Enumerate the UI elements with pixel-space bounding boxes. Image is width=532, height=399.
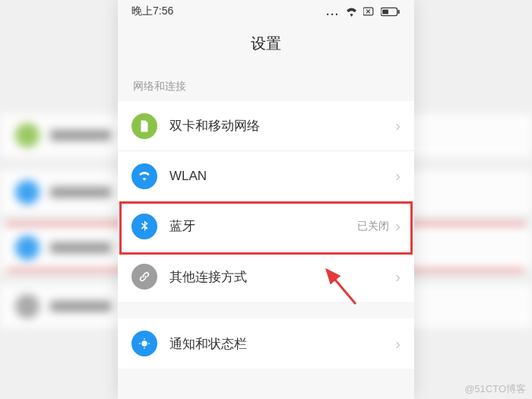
status-bar: 晚上7:56 ... xyxy=(118,0,414,23)
section-network-title: 网络和连接 xyxy=(118,69,414,101)
phone-screen: 晚上7:56 ... 设置 网络和连接 双卡和移动网络 › WLAN › xyxy=(118,0,414,399)
chevron-right-icon: › xyxy=(395,117,401,135)
row-label: WLAN xyxy=(169,169,395,184)
chevron-right-icon: › xyxy=(395,268,401,286)
svg-rect-3 xyxy=(382,9,388,14)
chevron-right-icon: › xyxy=(395,217,401,235)
row-sim-network[interactable]: 双卡和移动网络 › xyxy=(118,101,414,151)
svg-point-4 xyxy=(141,340,147,347)
link-icon xyxy=(131,264,157,290)
battery-x-icon xyxy=(363,7,375,16)
battery-icon xyxy=(381,7,401,17)
section-gap xyxy=(118,302,414,318)
watermark: @51CTO博客 xyxy=(464,382,526,396)
notification-icon xyxy=(131,331,157,356)
row-label: 通知和状态栏 xyxy=(169,335,395,353)
page-title: 设置 xyxy=(118,23,414,69)
settings-list-network: 双卡和移动网络 › WLAN › 蓝牙 已关闭 › 其他连接方式 › xyxy=(118,101,414,302)
status-time: 晚上7:56 xyxy=(131,5,173,18)
row-bluetooth[interactable]: 蓝牙 已关闭 › xyxy=(118,201,414,252)
row-label: 蓝牙 xyxy=(169,217,357,235)
settings-list-2: 通知和状态栏 › xyxy=(118,318,414,369)
sim-icon xyxy=(131,113,157,139)
chevron-right-icon: › xyxy=(395,335,401,353)
signal-dots-icon: ... xyxy=(326,5,340,17)
row-notifications[interactable]: 通知和状态栏 › xyxy=(118,318,414,369)
row-label: 其他连接方式 xyxy=(169,268,395,286)
status-icons: ... xyxy=(326,5,401,17)
row-other-connections[interactable]: 其他连接方式 › xyxy=(118,252,414,302)
row-wlan[interactable]: WLAN › xyxy=(118,151,414,201)
bluetooth-icon xyxy=(131,214,157,239)
svg-rect-2 xyxy=(398,9,400,13)
row-status: 已关闭 xyxy=(357,220,389,233)
wifi-icon xyxy=(131,163,157,189)
wifi-status-icon xyxy=(345,7,358,17)
row-label: 双卡和移动网络 xyxy=(169,117,395,135)
chevron-right-icon: › xyxy=(395,167,401,185)
